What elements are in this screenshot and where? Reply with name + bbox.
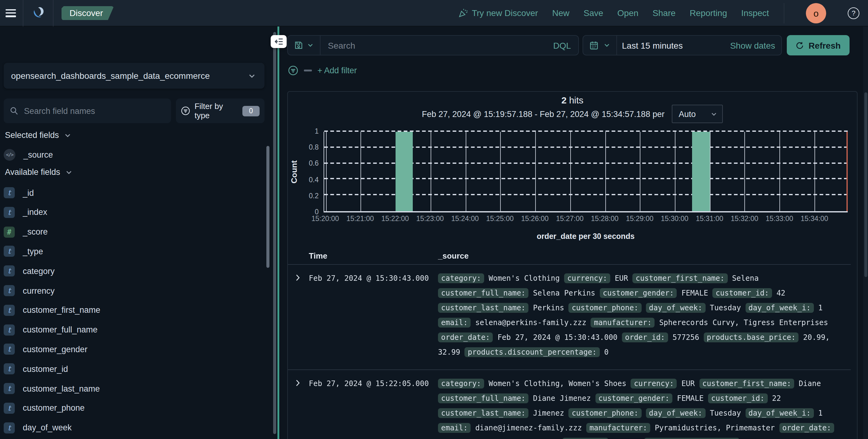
text-field-icon: t bbox=[4, 265, 15, 276]
nav-link-share[interactable]: Share bbox=[653, 8, 676, 18]
field-name-badge: currency: bbox=[631, 379, 677, 388]
time-range-value[interactable]: Last 15 minutes bbox=[622, 40, 683, 50]
available-fields-heading[interactable]: Available fields bbox=[5, 168, 72, 177]
row-time-cell: Feb 27, 2024 @ 15:30:43.000 bbox=[309, 271, 438, 359]
sidebar-scrollbar-thumb[interactable] bbox=[267, 146, 270, 268]
chart-range-text: Feb 27, 2024 @ 15:19:57.188 - Feb 27, 20… bbox=[422, 109, 665, 119]
chevron-down-icon bbox=[711, 111, 717, 117]
x-gridline bbox=[361, 132, 362, 211]
collapse-sidebar-button[interactable] bbox=[271, 35, 287, 48]
field-name-badge: manufacturer: bbox=[591, 318, 655, 327]
search-field-names-input[interactable]: Search field names bbox=[4, 98, 171, 123]
x-gridline bbox=[431, 132, 431, 211]
nav-link-reporting[interactable]: Reporting bbox=[690, 8, 727, 18]
expand-row-icon[interactable] bbox=[294, 274, 309, 359]
y-axis-label: Count bbox=[289, 132, 299, 212]
expand-row-icon[interactable] bbox=[294, 379, 309, 439]
table-header-row: Time _source bbox=[288, 247, 851, 265]
chevron-down-icon bbox=[64, 131, 71, 139]
sidebar-field-_source[interactable]: </>_source bbox=[4, 148, 53, 161]
text-field-icon: t bbox=[4, 403, 15, 414]
page-scrollbar-thumb[interactable] bbox=[864, 92, 867, 277]
menu-hamburger-icon[interactable] bbox=[5, 9, 16, 17]
histogram-plot bbox=[323, 132, 848, 212]
x-gridline bbox=[326, 132, 327, 211]
table-row: Feb 27, 2024 @ 15:22:05.000category: Wom… bbox=[288, 370, 851, 439]
x-tick-label: 15:33:00 bbox=[760, 215, 799, 222]
hits-label: hits bbox=[569, 95, 584, 105]
page-scrollbar[interactable] bbox=[863, 27, 868, 439]
date-picker-bar: Last 15 minutes Show dates bbox=[583, 35, 782, 55]
y-tick-label: 0 bbox=[315, 208, 319, 215]
x-gridline bbox=[814, 132, 815, 211]
opensearch-logo[interactable] bbox=[23, 5, 53, 21]
sidebar-field-_index[interactable]: t_index bbox=[4, 206, 48, 219]
user-avatar[interactable]: o bbox=[806, 3, 826, 23]
x-tick-label: 15:26:00 bbox=[515, 215, 555, 222]
filter-by-type-label: Filter by type bbox=[194, 101, 238, 120]
add-filter-button[interactable]: + Add filter bbox=[317, 66, 357, 75]
saved-query-menu-button[interactable] bbox=[287, 35, 320, 55]
histogram-bar[interactable] bbox=[692, 132, 710, 211]
field-name-badge: customer_first_name: bbox=[632, 273, 727, 283]
row-source-cell: category: Women's Clothing, Women's Shoe… bbox=[438, 376, 851, 439]
x-tick-label: 15:29:00 bbox=[620, 215, 659, 222]
sidebar-field-_id[interactable]: t_id bbox=[4, 186, 34, 200]
nav-link-inspect[interactable]: Inspect bbox=[741, 8, 769, 18]
field-name-badge: customer_gender: bbox=[595, 393, 672, 403]
filter-by-type-button[interactable]: Filter by type 0 bbox=[176, 98, 265, 123]
sidebar-resize-handle[interactable] bbox=[273, 32, 276, 434]
table-rows: Feb 27, 2024 @ 15:30:43.000category: Wom… bbox=[288, 265, 851, 439]
field-name-badge: category: bbox=[438, 379, 484, 388]
field-name-badge: day_of_week: bbox=[646, 408, 705, 418]
index-pattern-name: opensearch_dashboards_sample_data_ecomme… bbox=[11, 71, 210, 81]
chevron-down-icon bbox=[307, 42, 314, 49]
show-dates-button[interactable]: Show dates bbox=[730, 40, 775, 50]
field-name-badge: customer_last_name: bbox=[438, 303, 529, 313]
selected-fields-heading[interactable]: Selected fields bbox=[5, 130, 71, 140]
field-name-badge: email: bbox=[438, 423, 471, 433]
x-gridline bbox=[675, 132, 676, 211]
x-tick-label: 15:31:00 bbox=[690, 215, 729, 222]
sidebar-field-currency[interactable]: tcurrency bbox=[4, 284, 55, 297]
x-tick-label: 15:24:00 bbox=[445, 215, 485, 222]
collapse-menu-icon bbox=[274, 37, 283, 46]
field-name-badge: order_id: bbox=[622, 332, 668, 342]
sidebar-field-customer_gender[interactable]: tcustomer_gender bbox=[4, 343, 87, 356]
sidebar-field-customer_phone[interactable]: tcustomer_phone bbox=[4, 402, 85, 415]
field-name-badge: customer_gender: bbox=[600, 288, 677, 298]
datebox-divider bbox=[616, 35, 617, 55]
help-icon[interactable]: ? bbox=[848, 7, 859, 19]
query-language-button[interactable]: DQL bbox=[553, 40, 571, 50]
time-column-header[interactable]: Time bbox=[309, 251, 438, 260]
sidebar-field-day_of_week[interactable]: tday_of_week bbox=[4, 421, 72, 434]
sidebar-field-customer_first_name[interactable]: tcustomer_first_name bbox=[4, 303, 100, 317]
sidebar-field-_type[interactable]: t_type bbox=[4, 245, 43, 258]
query-search-input[interactable]: Search DQL bbox=[320, 35, 579, 55]
chevron-down-icon bbox=[65, 168, 72, 176]
x-tick-label: 15:34:00 bbox=[795, 215, 834, 222]
text-field-icon: t bbox=[4, 187, 15, 198]
calendar-icon[interactable] bbox=[589, 41, 598, 50]
field-name-badge: category: bbox=[438, 273, 484, 283]
x-gridline bbox=[779, 132, 780, 211]
sidebar-field-category[interactable]: tcategory bbox=[4, 264, 55, 278]
chevron-down-icon[interactable] bbox=[603, 42, 610, 49]
sidebar-field-customer_id[interactable]: tcustomer_id bbox=[4, 362, 68, 376]
nav-link-save[interactable]: Save bbox=[584, 8, 603, 18]
nav-link-open[interactable]: Open bbox=[617, 8, 639, 18]
nav-link-new[interactable]: New bbox=[552, 8, 569, 18]
sidebar-field-customer_last_name[interactable]: tcustomer_last_name bbox=[4, 382, 100, 395]
field-name-badge: day_of_week_i: bbox=[745, 408, 813, 418]
index-pattern-select[interactable]: opensearch_dashboards_sample_data_ecomme… bbox=[4, 63, 265, 89]
sidebar-field-customer_full_name[interactable]: tcustomer_full_name bbox=[4, 323, 97, 336]
filter-menu-icon[interactable] bbox=[288, 65, 298, 76]
refresh-button[interactable]: Refresh bbox=[787, 35, 849, 55]
text-field-icon: t bbox=[4, 305, 15, 316]
nav-link-try-new-discover[interactable]: Try new Discover bbox=[458, 8, 538, 18]
histogram-bar[interactable] bbox=[396, 132, 413, 211]
x-tick-label: 15:20:00 bbox=[305, 215, 345, 222]
interval-select[interactable]: Auto bbox=[672, 105, 723, 123]
sidebar-field-_score[interactable]: #_score bbox=[4, 225, 48, 239]
results-panel: 2 hits Feb 27, 2024 @ 15:19:57.188 - Feb… bbox=[287, 91, 858, 439]
